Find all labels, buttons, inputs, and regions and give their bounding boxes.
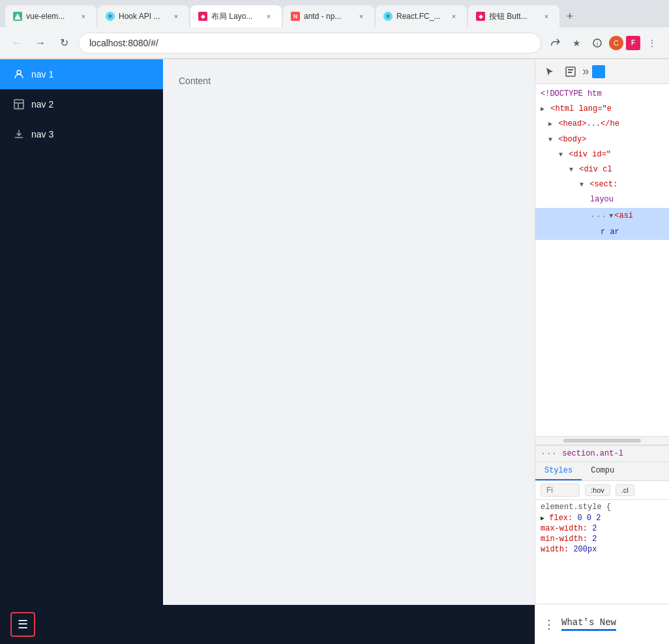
svg-rect-8 xyxy=(568,69,573,70)
div-id-tag: <div id=" xyxy=(569,150,611,159)
sect-tag: <sect: xyxy=(589,180,617,189)
div-id-line: ▼ <div id=" xyxy=(535,147,669,162)
flex-value: 0 0 2 xyxy=(577,514,601,523)
url-bar[interactable]: localhost:8080/#/ xyxy=(78,33,541,53)
more-menu-button[interactable]: ⋮ xyxy=(643,34,661,52)
filter-cl-button[interactable]: .cl xyxy=(616,484,634,496)
tab-vue[interactable]: vue-elem... × xyxy=(5,5,97,27)
dots-icon: ··· xyxy=(590,209,606,224)
doctype-line: <!DOCTYPE htm xyxy=(535,87,669,102)
tab-reactfc[interactable]: ⚛ React.FC_... × xyxy=(376,5,467,27)
element-style-header: element.style { xyxy=(541,503,664,512)
tab-label-reactfc: React.FC_... xyxy=(396,12,445,21)
tab-computed[interactable]: Compu xyxy=(582,462,623,480)
reload-button[interactable]: ↻ xyxy=(55,34,73,52)
role-attr: r ar xyxy=(601,227,619,237)
devtools-styles-panel: element.style { ▶ flex: 0 0 2 max-width:… xyxy=(535,500,669,604)
element-style-section: element.style { ▶ flex: 0 0 2 max-width:… xyxy=(541,503,664,555)
tab-layout[interactable]: ◆ 布局 Layo... × xyxy=(190,5,282,27)
layout-text-line: layou xyxy=(535,192,669,207)
tab-antd[interactable]: N antd - np... × xyxy=(283,5,374,27)
devtools-brand-icon xyxy=(592,65,605,78)
horizontal-scrollbar[interactable] xyxy=(535,436,669,445)
filter-hov-button[interactable]: :hov xyxy=(585,484,610,496)
div-cl-triangle[interactable]: ▼ xyxy=(569,166,573,173)
filter-input[interactable] xyxy=(541,484,580,497)
whats-new-dots[interactable]: ⋮ xyxy=(543,617,555,632)
forward-button[interactable]: → xyxy=(31,34,50,52)
tab-hook[interactable]: ⚛ Hook API ... × xyxy=(98,5,189,27)
width-name: width: xyxy=(541,545,569,554)
layout-icon xyxy=(13,98,25,110)
tab-close-antd[interactable]: × xyxy=(356,11,366,22)
tab-favicon-reactfc: ⚛ xyxy=(383,12,393,21)
breadcrumb-text: section.ant-l xyxy=(562,449,623,458)
new-tab-button[interactable]: + xyxy=(561,7,579,25)
tab-label-layout: 布局 Layo... xyxy=(211,11,260,22)
tab-close-button[interactable]: × xyxy=(541,11,552,22)
aside-triangle[interactable]: ▼ xyxy=(609,211,613,222)
address-bar: ← → ↻ localhost:8080/#/ ★ i C F ⋮ xyxy=(0,27,669,59)
tab-close-hook[interactable]: × xyxy=(171,11,181,22)
html-tag-line: ▶ <html lang="e xyxy=(535,102,669,117)
tab-close-layout[interactable]: × xyxy=(263,11,274,22)
back-button[interactable]: ← xyxy=(8,34,26,52)
cursor-tool-button[interactable] xyxy=(541,63,559,81)
html-open-tag: <html lang="e xyxy=(550,104,612,113)
bookmark-icon[interactable]: ★ xyxy=(567,34,586,52)
extension-icon3[interactable]: F xyxy=(626,36,640,50)
tab-label-vue: vue-elem... xyxy=(26,12,74,21)
nav1-label: nav 1 xyxy=(31,69,53,80)
tab-close-reactfc[interactable]: × xyxy=(449,11,459,22)
max-width-name: max-width: xyxy=(541,524,587,533)
share-icon[interactable] xyxy=(546,34,565,52)
devtools-more-button[interactable]: » xyxy=(582,65,589,78)
inspect-element-button[interactable] xyxy=(561,63,580,81)
nav2-label: nav 2 xyxy=(31,99,53,110)
user-icon xyxy=(13,68,25,80)
body-tag: <body> xyxy=(558,135,586,144)
sidebar-item-nav3[interactable]: nav 3 xyxy=(0,119,163,149)
whats-new-bar: ⋮ What's New xyxy=(535,604,669,644)
tab-button[interactable]: ◆ 按钮 Butt... × xyxy=(468,5,559,27)
div-cl-line: ▼ <div cl xyxy=(535,162,669,177)
bottom-bar: ☰ xyxy=(0,605,535,644)
tab-favicon-antd: N xyxy=(291,12,300,21)
content-text: Content xyxy=(179,76,211,86)
body-line: ▼ <body> xyxy=(535,132,669,147)
app-layout: nav 1 nav 2 xyxy=(0,59,535,605)
flex-arrow[interactable]: ▶ xyxy=(541,515,544,522)
role-attr-line[interactable]: r ar xyxy=(535,225,669,240)
div-cl-tag: <div cl xyxy=(579,165,612,174)
devtools-toolbar: » xyxy=(535,59,669,84)
address-actions: ★ i C F ⋮ xyxy=(546,34,661,52)
breadcrumb-dots[interactable]: ··· xyxy=(541,448,557,459)
svg-rect-4 xyxy=(14,100,23,109)
html-triangle[interactable]: ▶ xyxy=(541,106,544,113)
sidebar: nav 1 nav 2 xyxy=(0,59,163,605)
aside-highlighted-line[interactable]: ··· ▼ <asi xyxy=(535,208,669,225)
max-width-prop: max-width: 2 xyxy=(541,523,664,534)
tab-bar: vue-elem... × ⚛ Hook API ... × ◆ 布局 Layo… xyxy=(0,0,669,27)
collapse-sidebar-button[interactable]: ☰ xyxy=(10,612,35,637)
head-line: ▶ <head>...</he xyxy=(535,117,669,132)
tab-close-vue[interactable]: × xyxy=(78,11,89,22)
nav3-label: nav 3 xyxy=(31,129,53,139)
sidebar-item-nav1[interactable]: nav 1 xyxy=(0,59,163,89)
flex-prop: ▶ flex: 0 0 2 xyxy=(541,513,664,523)
sidebar-item-nav2[interactable]: nav 2 xyxy=(0,89,163,119)
min-width-prop: min-width: 2 xyxy=(541,534,664,544)
layout-text: layou xyxy=(590,195,614,204)
body-triangle[interactable]: ▼ xyxy=(548,136,552,143)
head-triangle[interactable]: ▶ xyxy=(548,121,552,128)
tab-label-button: 按钮 Butt... xyxy=(489,11,537,22)
extension-icon2[interactable]: C xyxy=(609,36,623,50)
svg-point-3 xyxy=(17,70,21,74)
tab-styles[interactable]: Styles xyxy=(535,462,582,480)
sect-triangle[interactable]: ▼ xyxy=(580,181,584,188)
min-width-value: 2 xyxy=(592,534,597,544)
scrollbar-thumb[interactable] xyxy=(563,439,640,443)
whats-new-text[interactable]: What's New xyxy=(561,617,616,631)
div-triangle[interactable]: ▼ xyxy=(559,151,563,158)
extension-icon1[interactable]: i xyxy=(588,34,606,52)
